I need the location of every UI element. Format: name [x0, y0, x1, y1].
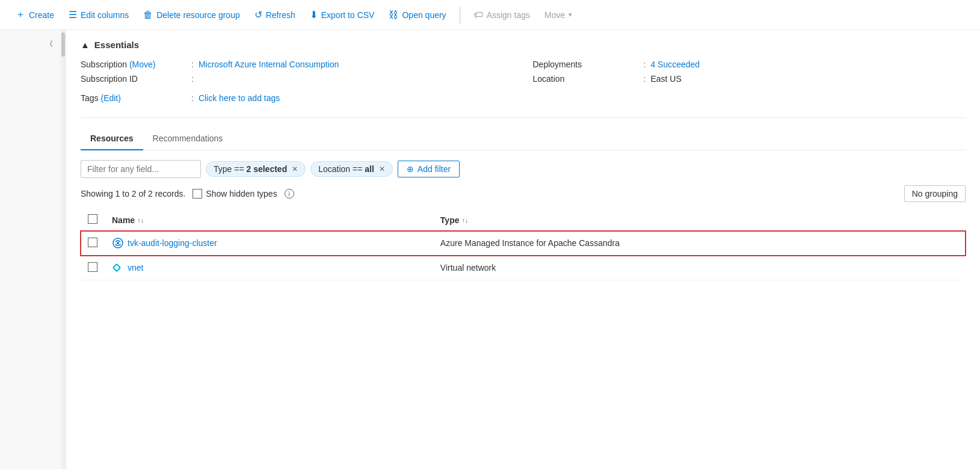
- resources-table: Name ↑↓ Type ↑↓ tvk-audi: [81, 209, 966, 280]
- subscription-id-row: Subscription ID :: [81, 74, 514, 88]
- tags-label: Tags (Edit): [81, 93, 189, 103]
- cassandra-icon: [112, 237, 124, 249]
- create-button[interactable]: ＋ Create: [10, 5, 60, 25]
- assign-tags-button[interactable]: 🏷 Assign tags: [467, 6, 536, 24]
- chevron-down-icon: ▾: [569, 11, 572, 19]
- tab-resources[interactable]: Resources: [81, 128, 143, 150]
- select-all-col: [81, 209, 105, 231]
- plus-icon: ＋: [16, 8, 25, 21]
- left-sidebar: 《: [0, 30, 66, 469]
- add-tags-link[interactable]: Click here to add tags: [199, 93, 280, 103]
- toolbar: ＋ Create ☰ Edit columns 🗑 Delete resourc…: [0, 0, 980, 30]
- filter-plus-icon: ⊕: [407, 164, 414, 174]
- row-name-cell: tvk-audit-logging-cluster: [105, 231, 433, 256]
- name-col-header: Name ↑↓: [105, 209, 433, 231]
- row-checkbox[interactable]: [88, 262, 97, 272]
- table-header: Name ↑↓ Type ↑↓: [81, 209, 966, 231]
- move-button[interactable]: Move ▾: [538, 7, 578, 23]
- download-icon: ⬇: [310, 9, 318, 20]
- essentials-section: ▲ Essentials Subscription (Move) : Micro…: [81, 30, 966, 118]
- name-sort-icon[interactable]: ↑↓: [137, 217, 144, 224]
- row-checkbox-cell: [81, 231, 105, 256]
- delete-rg-button[interactable]: 🗑 Delete resource group: [137, 6, 246, 24]
- type-sort-icon[interactable]: ↑↓: [462, 217, 469, 224]
- essentials-header[interactable]: ▲ Essentials: [81, 40, 966, 50]
- row-checkbox[interactable]: [88, 238, 97, 247]
- table-row: vnetVirtual network: [81, 256, 966, 280]
- type-filter-chip[interactable]: Type == 2 selected ✕: [206, 161, 306, 177]
- type-col-header: Type ↑↓: [433, 209, 966, 231]
- tags-row: Tags (Edit) : Click here to add tags: [81, 93, 514, 108]
- refresh-button[interactable]: ↺ Refresh: [248, 5, 301, 24]
- refresh-icon: ↺: [254, 9, 262, 20]
- svg-point-1: [117, 242, 119, 244]
- subscription-label: Subscription (Move): [81, 60, 189, 69]
- tab-recommendations[interactable]: Recommendations: [143, 128, 233, 150]
- trash-icon: 🗑: [143, 10, 153, 20]
- row-type-cell: Virtual network: [433, 256, 966, 280]
- subscription-id-label: Subscription ID: [81, 74, 189, 84]
- sidebar-collapse-button[interactable]: 《: [40, 35, 58, 53]
- query-icon: ⛓: [389, 10, 398, 20]
- deployments-label: Deployments: [533, 60, 641, 69]
- show-hidden-checkbox[interactable]: [193, 189, 202, 199]
- records-row: Showing 1 to 2 of 2 records. Show hidden…: [81, 185, 966, 202]
- subscription-row: Subscription (Move) : Microsoft Azure In…: [81, 60, 514, 74]
- row-name-cell: vnet: [105, 256, 433, 280]
- resource-name-link[interactable]: tvk-audit-logging-cluster: [128, 238, 217, 248]
- filter-input[interactable]: [81, 160, 201, 178]
- tabs-container: Resources Recommendations: [81, 128, 966, 150]
- subscription-value-link[interactable]: Microsoft Azure Internal Consumption: [199, 60, 339, 69]
- no-grouping-button[interactable]: No grouping: [904, 185, 966, 202]
- select-all-checkbox[interactable]: [88, 214, 97, 224]
- essentials-grid: Subscription (Move) : Microsoft Azure In…: [81, 60, 966, 108]
- location-filter-remove-icon[interactable]: ✕: [379, 165, 385, 173]
- essentials-title: Essentials: [94, 40, 139, 50]
- location-value: East US: [650, 74, 681, 84]
- records-count-text: Showing 1 to 2 of 2 records.: [81, 189, 185, 199]
- add-filter-button[interactable]: ⊕ Add filter: [398, 161, 460, 177]
- vnet-icon: [112, 262, 124, 274]
- type-filter-remove-icon[interactable]: ✕: [292, 165, 298, 173]
- table-row: tvk-audit-logging-clusterAzure Managed I…: [81, 231, 966, 256]
- scroll-thumb: [61, 32, 65, 57]
- row-type-cell: Azure Managed Instance for Apache Cassan…: [433, 231, 966, 256]
- info-icon[interactable]: i: [285, 189, 294, 199]
- sidebar-scrollbar[interactable]: [61, 30, 66, 469]
- deployments-row: Deployments : 4 Succeeded: [533, 60, 966, 74]
- export-csv-button[interactable]: ⬇ Export to CSV: [304, 5, 381, 24]
- main-content: 《 ▲ Essentials Subscription (Move): [0, 30, 980, 469]
- deployments-value-link[interactable]: 4 Succeeded: [650, 60, 700, 69]
- essentials-left-col: Subscription (Move) : Microsoft Azure In…: [81, 60, 514, 108]
- subscription-move-link[interactable]: (Move): [129, 60, 156, 69]
- open-query-button[interactable]: ⛓ Open query: [383, 6, 452, 24]
- content-area: ▲ Essentials Subscription (Move) : Micro…: [66, 30, 980, 469]
- row-checkbox-cell: [81, 256, 105, 280]
- show-hidden-types-label[interactable]: Show hidden types: [193, 189, 277, 199]
- tags-edit-link[interactable]: (Edit): [100, 93, 120, 103]
- essentials-right-col: Deployments : 4 Succeeded Location : Eas…: [533, 60, 966, 108]
- location-row: Location : East US: [533, 74, 966, 88]
- separator: [460, 7, 460, 23]
- filters-row: Type == 2 selected ✕ Location == all ✕ ⊕…: [81, 160, 966, 178]
- edit-columns-button[interactable]: ☰ Edit columns: [63, 5, 135, 24]
- resource-name-link[interactable]: vnet: [128, 263, 143, 272]
- essentials-chevron-icon: ▲: [81, 40, 90, 50]
- table-body: tvk-audit-logging-clusterAzure Managed I…: [81, 231, 966, 280]
- location-label: Location: [533, 74, 641, 84]
- tag-icon: 🏷: [473, 10, 483, 20]
- columns-icon: ☰: [69, 9, 77, 20]
- location-filter-chip[interactable]: Location == all ✕: [310, 161, 393, 177]
